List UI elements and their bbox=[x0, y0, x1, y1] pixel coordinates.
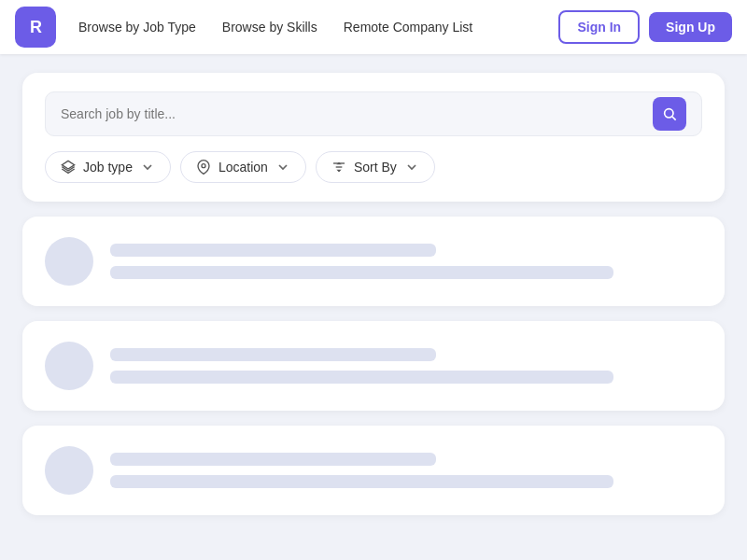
skeleton-avatar bbox=[45, 342, 93, 390]
sort-by-label: Sort By bbox=[354, 160, 397, 175]
logo[interactable]: R bbox=[15, 7, 56, 48]
main-content: Job type Location bbox=[0, 54, 747, 534]
filter-row: Job type Location bbox=[45, 151, 702, 183]
nav-actions: Sign In Sign Up bbox=[558, 10, 732, 44]
svg-line-1 bbox=[672, 117, 676, 120]
chevron-down-icon bbox=[275, 160, 290, 175]
skeleton-card-3 bbox=[22, 426, 725, 515]
skeleton-avatar bbox=[45, 446, 93, 495]
skeleton-lines bbox=[110, 348, 702, 384]
layers-icon bbox=[61, 160, 76, 175]
sign-in-button[interactable]: Sign In bbox=[558, 10, 640, 44]
search-icon bbox=[662, 106, 677, 121]
chevron-down-icon bbox=[404, 160, 419, 175]
svg-point-0 bbox=[665, 109, 673, 118]
navbar: R Browse by Job Type Browse by Skills Re… bbox=[0, 0, 747, 54]
sign-up-button[interactable]: Sign Up bbox=[649, 12, 732, 42]
search-input[interactable] bbox=[61, 106, 653, 121]
svg-point-3 bbox=[202, 164, 205, 168]
map-pin-icon bbox=[196, 160, 211, 175]
skeleton-card-2 bbox=[22, 321, 725, 411]
skeleton-line-short bbox=[110, 453, 436, 466]
sort-by-filter[interactable]: Sort By bbox=[316, 151, 435, 183]
nav-link-browse-skills[interactable]: Browse by Skills bbox=[211, 12, 329, 42]
skeleton-lines bbox=[110, 244, 702, 279]
skeleton-line-long bbox=[110, 475, 613, 488]
svg-marker-8 bbox=[336, 170, 341, 173]
skeleton-card-1 bbox=[22, 217, 725, 306]
skeleton-line-short bbox=[110, 348, 436, 361]
sort-icon bbox=[331, 160, 346, 175]
skeleton-avatar bbox=[45, 237, 93, 286]
job-type-filter[interactable]: Job type bbox=[45, 151, 171, 183]
nav-links: Browse by Job Type Browse by Skills Remo… bbox=[67, 12, 551, 42]
skeleton-line-short bbox=[110, 244, 436, 257]
nav-link-remote-company[interactable]: Remote Company List bbox=[332, 12, 485, 42]
nav-link-browse-job-type[interactable]: Browse by Job Type bbox=[67, 12, 207, 42]
location-filter[interactable]: Location bbox=[180, 151, 306, 183]
skeleton-lines bbox=[110, 453, 702, 488]
search-bar bbox=[45, 91, 702, 136]
logo-text: R bbox=[30, 18, 41, 37]
skeleton-line-long bbox=[110, 266, 613, 279]
skeleton-line-long bbox=[110, 371, 613, 384]
search-button[interactable] bbox=[653, 97, 686, 131]
chevron-down-icon bbox=[140, 160, 155, 175]
location-label: Location bbox=[218, 160, 268, 175]
job-type-label: Job type bbox=[83, 160, 133, 175]
search-card: Job type Location bbox=[22, 73, 725, 202]
